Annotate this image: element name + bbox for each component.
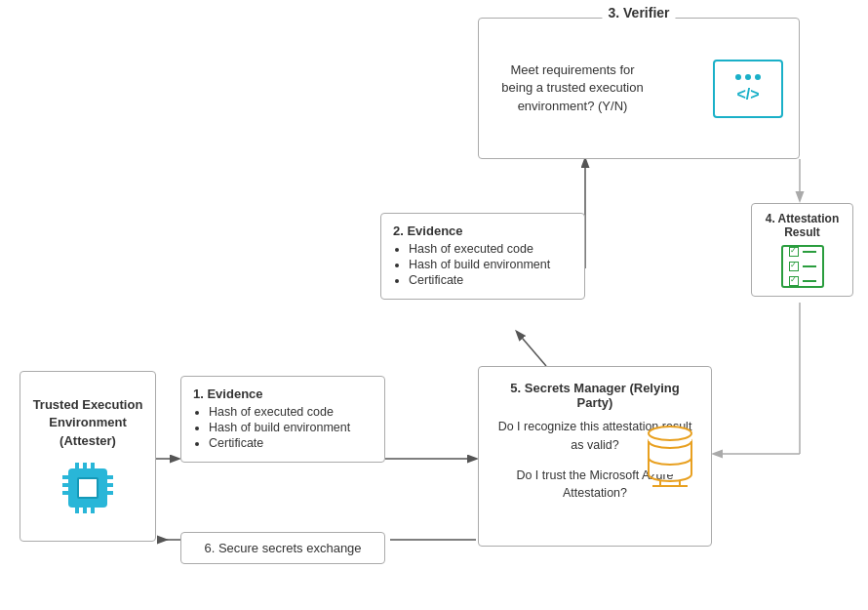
pin-r3: [107, 491, 113, 495]
pin-l3: [62, 491, 68, 495]
pin-b3: [91, 508, 95, 513]
check-row-2: [789, 262, 816, 271]
chip-inner: [77, 477, 99, 499]
diagram-container: 3. Verifier Meet requirements for being …: [0, 0, 868, 610]
database-icon: [641, 424, 699, 487]
svg-rect-10: [649, 458, 691, 474]
check-line-2: [803, 265, 816, 267]
verifier-description: Meet requirements for being a trusted ex…: [494, 61, 651, 115]
attestation-result-box: 4. Attestation Result: [751, 203, 853, 297]
chip-body: [68, 468, 107, 508]
evidence2-box: 2. Evidence Hash of executed code Hash o…: [380, 213, 585, 300]
evidence2-item-1: Hash of executed code: [409, 242, 572, 256]
checklist-icon: [781, 245, 824, 288]
chip-icon: [59, 460, 116, 516]
dot1: [735, 74, 741, 80]
evidence1-item-3: Certificate: [209, 436, 373, 450]
evidence2-title: 2. Evidence: [393, 224, 572, 238]
pin-r2: [107, 483, 113, 487]
svg-line-2: [517, 332, 546, 366]
verifier-box: 3. Verifier Meet requirements for being …: [478, 18, 800, 159]
tee-box: Trusted Execution Environment (Attester): [20, 371, 156, 542]
database-icon-container: [641, 424, 699, 490]
secrets-manager-box: 5. Secrets Manager (Relying Party) Do I …: [478, 366, 712, 547]
pin-t2: [83, 463, 87, 468]
dot3: [755, 74, 761, 80]
pin-r1: [107, 475, 113, 479]
check-row-3: [789, 276, 816, 286]
svg-point-19: [649, 427, 691, 440]
check-line-1: [803, 251, 816, 253]
attestation-result-title: 4. Attestation Result: [762, 212, 843, 239]
svg-rect-14: [649, 441, 691, 458]
verifier-title: 3. Verifier: [602, 5, 675, 20]
pin-b1: [75, 508, 79, 513]
tee-title: Trusted Execution Environment (Attester): [32, 396, 143, 450]
evidence2-item-2: Hash of build environment: [409, 258, 572, 271]
code-bracket-icon: </>: [736, 86, 759, 103]
check-line-3: [803, 280, 816, 282]
code-icon: </>: [713, 60, 783, 118]
checkbox-3: [789, 276, 799, 286]
check-row-1: [789, 247, 816, 257]
pin-b2: [83, 508, 87, 513]
secrets-manager-title: 5. Secrets Manager (Relying Party): [494, 381, 695, 410]
checkbox-1: [789, 247, 799, 257]
evidence1-item-1: Hash of executed code: [209, 405, 373, 419]
code-icon-dots: [735, 74, 761, 80]
pin-l1: [62, 475, 68, 479]
pin-l2: [62, 483, 68, 487]
evidence2-list: Hash of executed code Hash of build envi…: [393, 242, 572, 287]
evidence1-title: 1. Evidence: [193, 386, 373, 401]
pin-t3: [91, 463, 95, 468]
secrets-exchange-label: 6. Secure secrets exchange: [204, 541, 361, 555]
checkbox-2: [789, 262, 799, 271]
evidence2-item-3: Certificate: [409, 273, 572, 287]
evidence1-box: 1. Evidence Hash of executed code Hash o…: [180, 376, 385, 463]
secrets-exchange-box: 6. Secure secrets exchange: [180, 532, 385, 564]
pin-t1: [75, 463, 79, 468]
evidence1-list: Hash of executed code Hash of build envi…: [193, 405, 373, 450]
evidence1-item-2: Hash of build environment: [209, 421, 373, 434]
dot2: [745, 74, 751, 80]
